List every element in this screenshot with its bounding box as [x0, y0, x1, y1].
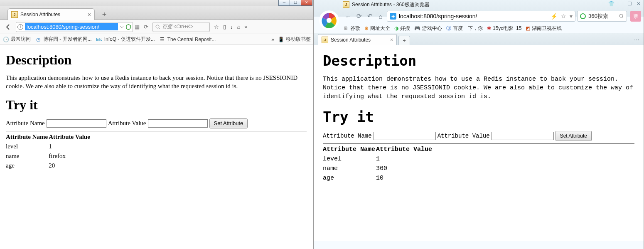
search-box[interactable]: 百度 <Ctrl+K> [152, 22, 210, 32]
back-button[interactable]: ← [344, 12, 353, 21]
attribute-value-label: Attribute Value [108, 120, 146, 127]
favicon-icon: J [343, 1, 349, 8]
search-icon [619, 14, 624, 19]
bookmark-item[interactable]: 🕓最常访问 [2, 36, 31, 43]
bookmark-label: 谷歌 [350, 25, 360, 32]
browser-tab[interactable]: J Session Attributes × [318, 34, 397, 45]
bookmark-icon: Info [96, 36, 103, 43]
attribute-name-input[interactable] [47, 119, 106, 128]
set-attribute-button[interactable]: Set Attribute [209, 118, 248, 128]
maximize-button[interactable]: ☐ [626, 1, 633, 7]
bookmark-item[interactable]: ◑好搜 [394, 25, 410, 32]
home-button[interactable]: ⌂ [376, 12, 385, 21]
browser-360-toolbar: ← ⟳ ↶ ⌂ ✚ localhost:8080/spring-session/… [314, 9, 644, 23]
bookmark-label: 湖南卫视在线 [532, 25, 562, 32]
bookmark-icon: ◷ [35, 36, 42, 43]
bookmark-label: InfoQ - 促进软件开发... [104, 36, 155, 43]
globe-icon: ⊕ [364, 25, 369, 31]
svg-point-5 [619, 14, 623, 17]
reload-button[interactable]: ⟳ [354, 12, 364, 21]
search-icon [155, 25, 160, 30]
bookmark-label: The Central Reposit... [167, 37, 216, 42]
address-bar[interactable]: i localhost:8080/spring-session/ [16, 22, 133, 32]
description-heading: Description [6, 52, 307, 68]
search-box[interactable]: 360搜索 [577, 11, 627, 22]
star-icon[interactable]: ☆ [561, 13, 566, 20]
overflow-icon[interactable]: » [244, 24, 247, 30]
bookmark-item[interactable]: 🗎谷歌 [344, 25, 360, 32]
reload-button[interactable]: ⟳ [144, 24, 148, 30]
close-tab-icon[interactable]: × [390, 37, 393, 43]
cell-key: level [6, 142, 49, 151]
shield-icon[interactable] [125, 24, 131, 30]
extension-button[interactable]: 票 [630, 11, 641, 22]
cell-val: 10 [376, 173, 433, 183]
new-tab-button[interactable]: + [100, 10, 109, 19]
undo-button[interactable]: ↶ [365, 12, 374, 21]
close-tab-icon[interactable]: × [88, 11, 91, 18]
attribute-value-label: Attribute Value [438, 133, 490, 139]
cell-val: 20 [49, 161, 91, 170]
new-tab-button[interactable]: + [398, 36, 410, 45]
bookmark-item[interactable]: ☰The Central Reposit... [159, 36, 216, 43]
library-icon[interactable]: ▯ [223, 24, 226, 30]
table-row: age20 [6, 161, 91, 170]
bookmark-label: 移动版书签 [286, 36, 311, 43]
attribute-value-input[interactable] [492, 132, 554, 140]
bookmark-item[interactable]: 📱移动版书签 [278, 36, 311, 43]
set-attribute-button[interactable]: Set Attribute [556, 131, 592, 141]
bookmark-star-icon[interactable]: ☆ [214, 24, 219, 30]
attribute-name-label: Attribute Name [323, 133, 372, 139]
svg-line-6 [622, 17, 624, 18]
flash-icon[interactable]: ⚡ [551, 13, 558, 20]
close-button[interactable]: ✕ [635, 1, 642, 7]
page-content: Description This application demonstrate… [314, 45, 644, 241]
site-info-icon[interactable]: i [17, 24, 23, 30]
try-it-heading: Try it [6, 97, 307, 113]
tab-title: Session Attributes [20, 12, 60, 17]
browser-360-tab-bar: J Session Attributes × + ⋯ [314, 33, 644, 45]
firefox-tab-bar: J Session Attributes × + [0, 6, 313, 20]
minimize-button[interactable]: ─ [617, 1, 624, 7]
cell-val: 1 [376, 154, 433, 164]
bookmark-item[interactable]: ✱15yc电影_15 [487, 25, 521, 32]
bookmark-item[interactable]: ◷博客园 - 开发者的网... [35, 36, 92, 43]
svg-point-0 [156, 25, 159, 28]
bookmark-item[interactable]: ◩湖南卫视在线 [526, 25, 562, 32]
cell-val: 360 [376, 164, 433, 173]
address-bar[interactable]: ✚ localhost:8080/spring-session/ ⚡ ☆ ▾ [387, 11, 575, 22]
dropdown-icon[interactable]: ▾ [570, 13, 573, 20]
cell-key: name [323, 164, 376, 173]
qr-icon[interactable]: ▦ [135, 24, 140, 30]
cell-val: firefox [49, 151, 91, 161]
cell-key: age [6, 161, 49, 170]
maximize-button[interactable]: ☐ [290, 0, 301, 6]
table-row: age10 [323, 173, 433, 183]
bookmark-label: 百度一下，你 [453, 25, 483, 32]
col-name-header: Attribute Name [6, 132, 49, 142]
firefox-bookmarks-bar: 🕓最常访问 ◷博客园 - 开发者的网... InfoInfoQ - 促进软件开发… [0, 34, 313, 45]
dropdown-icon[interactable] [120, 25, 124, 29]
table-header-row: Attribute Name Attribute Value [323, 145, 433, 154]
bookmark-item[interactable]: ⊕网址大全 [364, 25, 390, 32]
bookmarks-overflow-icon[interactable]: » [271, 37, 274, 42]
bookmark-item[interactable]: 🎮游戏中心 [414, 25, 442, 32]
bookmark-item[interactable]: Ⓑ百度一下，你 [446, 25, 483, 32]
toolbar-icons: ☆ ▯ ↓ ⌂ » [214, 24, 248, 30]
attribute-name-input[interactable] [374, 132, 436, 140]
browser-tab[interactable]: J Session Attributes × [7, 8, 95, 20]
page-icon: 🗎 [344, 25, 349, 31]
back-button[interactable] [2, 21, 14, 33]
close-button[interactable]: ✕ [301, 0, 312, 6]
movie-icon: ✱ [487, 25, 491, 31]
favicon-icon: J [322, 37, 328, 43]
attribute-value-input[interactable] [148, 119, 208, 128]
home-icon[interactable]: ⌂ [237, 24, 241, 30]
bookmark-item[interactable]: InfoInfoQ - 促进软件开发... [96, 36, 155, 43]
tab-overflow-icon[interactable]: ⋯ [634, 37, 639, 43]
minimize-button[interactable]: ─ [278, 0, 290, 6]
skin-button[interactable]: 👕 [608, 1, 615, 7]
cell-key: level [323, 154, 376, 164]
download-icon[interactable]: ↓ [230, 24, 233, 30]
browser-360-logo-icon [319, 10, 339, 30]
